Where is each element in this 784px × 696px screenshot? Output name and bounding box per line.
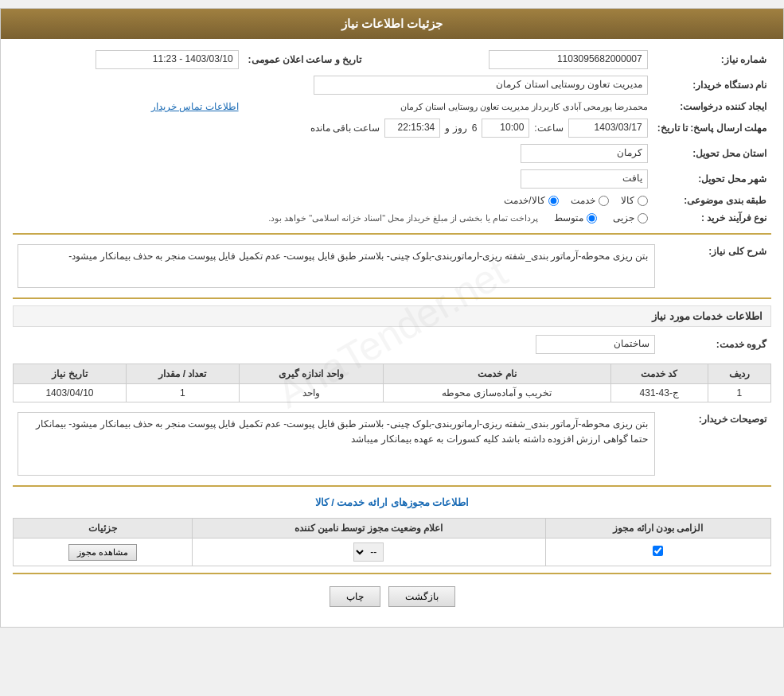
buyer-desc-label: توصیحات خریدار: <box>660 409 771 479</box>
category-service-label: خدمت <box>571 195 595 206</box>
buyer-org-display: مدیریت تعاون روستایی استان کرمان <box>314 76 648 95</box>
deadline-days-display: 6 <box>472 122 478 134</box>
services-header-row: ردیف کد خدمت نام خدمت واحد اندازه گیری ت… <box>14 364 771 384</box>
purchase-type-medium[interactable]: متوسط <box>554 212 597 224</box>
col-date: تاریخ نیاز <box>14 364 127 384</box>
page-title: جزئیات اطلاعات نیاز <box>341 17 443 30</box>
permit-details-cell: مشاهده مجوز <box>14 539 193 566</box>
announce-display: 1403/03/10 - 11:23 <box>96 50 239 69</box>
services-table-header: ردیف کد خدمت نام خدمت واحد اندازه گیری ت… <box>14 364 771 384</box>
purchase-type-small-radio[interactable] <box>638 213 648 224</box>
need-number-label: شماره نیاز: <box>653 47 771 72</box>
services-table-body: 1 ج-43-431 تخریب و آماده‌سازی محوطه واحد… <box>14 384 771 402</box>
deadline-days-label: روز و <box>445 122 466 134</box>
deadline-date-display: 1403/03/17 <box>568 119 648 138</box>
requester-value: محمدرضا یورمحی آبادی کاربرداز مدیریت تعا… <box>244 98 653 115</box>
purchase-type-inline: جزیی متوسط پرداخت تمام یا بخشی از مبلغ خ… <box>18 212 648 224</box>
buyer-org-row: نام دستگاه خریدار: مدیریت تعاون روستایی … <box>13 72 771 98</box>
deadline-time-label: ساعت: <box>534 122 563 134</box>
permits-header-row: الزامی بودن ارائه مجوز اعلام وضعیت مجوز … <box>14 519 771 539</box>
requester-label: ایجاد کننده درخواست: <box>653 98 771 115</box>
permits-table-header: الزامی بودن ارائه مجوز اعلام وضعیت مجوز … <box>14 519 771 539</box>
purchase-type-medium-label: متوسط <box>554 212 583 224</box>
table-row: -- مشاهده مجوز <box>14 539 771 566</box>
purchase-type-small-label: جزیی <box>613 212 634 224</box>
deadline-time-display: 10:00 <box>482 119 529 138</box>
buyer-desc-row: توصیحات خریدار: بتن ریزی محوطه-آرماتور ب… <box>13 409 771 479</box>
permit-status-cell: -- <box>192 539 545 566</box>
purchase-type-medium-radio[interactable] <box>587 213 597 224</box>
purchase-type-note: پرداخت تمام یا بخشی از مبلغ خریداز محل "… <box>268 213 538 224</box>
services-table: ردیف کد خدمت نام خدمت واحد اندازه گیری ت… <box>13 364 771 402</box>
permits-table: الزامی بودن ارائه مجوز اعلام وضعیت مجوز … <box>13 518 771 566</box>
delivery-city-display: یافت <box>521 169 648 189</box>
info-table: شماره نیاز: 1103095682000007 تاریخ و ساع… <box>13 47 771 227</box>
cell-quantity: 1 <box>126 384 239 402</box>
divider-4 <box>13 573 771 574</box>
requester-row: ایجاد کننده درخواست: محمدرضا یورمحی آباد… <box>13 98 771 115</box>
announce-label: تاریخ و ساعت اعلان عمومی: <box>244 47 366 72</box>
category-goods[interactable]: کالا <box>621 195 648 206</box>
delivery-city-value: یافت <box>13 166 653 192</box>
category-both-radio[interactable] <box>548 196 559 206</box>
divider-3 <box>13 485 771 487</box>
deadline-value: 1403/03/17 ساعت: 10:00 6 روز و 22:15:34 … <box>13 115 653 141</box>
view-permit-button[interactable]: مشاهده مجوز <box>68 544 137 561</box>
purchase-type-small[interactable]: جزیی <box>613 212 648 224</box>
print-button[interactable]: چاپ <box>330 586 380 607</box>
col-quantity: تعداد / مقدار <box>126 364 239 384</box>
buyer-org-label: نام دستگاه خریدار: <box>653 72 771 98</box>
purchase-type-label: نوع فرآیند خرید : <box>653 209 771 227</box>
deadline-label: مهلت ارسال پاسخ: تا تاریخ: <box>653 115 771 141</box>
category-service[interactable]: خدمت <box>571 195 609 206</box>
services-section-title: اطلاعات خدمات مورد نیاز <box>13 305 771 327</box>
group-row: گروه خدمت: ساختمان <box>13 332 771 357</box>
cell-service-code: ج-43-431 <box>610 384 708 402</box>
announce-value: 1403/03/10 - 11:23 <box>13 47 244 72</box>
category-radio-group: کالا خدمت کالا/خدمت <box>18 195 648 206</box>
delivery-city-label: شهر محل تحویل: <box>653 166 771 192</box>
category-value: کالا خدمت کالا/خدمت <box>13 192 653 209</box>
purchase-type-row: نوع فرآیند خرید : جزیی متوسط پرداخت تمام… <box>13 209 771 227</box>
buyer-desc-display: بتن ریزی محوطه-آرماتور بندی_شفته ریزی-ار… <box>18 412 655 476</box>
general-desc-display: بتن ریزی محوطه-آرماتور بندی_شفته ریزی-ار… <box>18 244 655 288</box>
delivery-province-value: کرمان <box>13 141 653 166</box>
permit-status-select[interactable]: -- <box>353 542 384 562</box>
deadline-remaining-display: 22:15:34 <box>384 119 440 138</box>
content-area: AnaTender.net شماره نیاز: 11030956820000… <box>1 39 783 627</box>
delivery-city-row: شهر محل تحویل: یافت <box>13 166 771 192</box>
category-service-radio[interactable] <box>599 196 609 206</box>
group-value: ساختمان <box>13 332 660 357</box>
cell-date: 1403/04/10 <box>14 384 127 402</box>
delivery-province-row: استان محل تحویل: کرمان <box>13 141 771 166</box>
divider-2 <box>13 297 771 299</box>
permits-table-body: -- مشاهده مجوز <box>14 539 771 566</box>
requester-contact-link[interactable]: اطلاعات تماس خریدار <box>151 101 239 112</box>
col-service-code: کد خدمت <box>610 364 708 384</box>
need-number-row: شماره نیاز: 1103095682000007 تاریخ و ساع… <box>13 47 771 72</box>
divider-1 <box>13 233 771 235</box>
permits-subtitle: اطلاعات مجوزهای ارائه خدمت / کالا <box>13 493 771 511</box>
general-desc-table: شرح کلی نیاز: بتن ریزی محوطه-آرماتور بند… <box>13 241 771 291</box>
category-both-label: کالا/خدمت <box>504 195 544 206</box>
cell-unit: واحد <box>239 384 384 402</box>
general-desc-label: شرح کلی نیاز: <box>660 241 771 291</box>
category-goods-radio[interactable] <box>638 196 648 206</box>
buyer-desc-table: توصیحات خریدار: بتن ریزی محوطه-آرماتور ب… <box>13 409 771 479</box>
purchase-type-value: جزیی متوسط پرداخت تمام یا بخشی از مبلغ خ… <box>13 209 653 227</box>
requester-link-cell: اطلاعات تماس خریدار <box>13 98 244 115</box>
category-both[interactable]: کالا/خدمت <box>504 195 558 206</box>
category-goods-label: کالا <box>621 195 634 206</box>
table-row: 1 ج-43-431 تخریب و آماده‌سازی محوطه واحد… <box>14 384 771 402</box>
permit-required-checkbox[interactable] <box>653 546 663 556</box>
requester-name: محمدرضا یورمحی آبادی کاربرداز مدیریت تعا… <box>400 102 647 111</box>
cell-row-num: 1 <box>708 384 770 402</box>
delivery-province-display: کرمان <box>521 144 648 163</box>
group-table: گروه خدمت: ساختمان <box>13 332 771 357</box>
col-unit: واحد اندازه گیری <box>239 364 384 384</box>
need-number-display: 1103095682000007 <box>489 50 648 69</box>
permit-required-cell <box>545 539 770 566</box>
permit-col-details: جزئیات <box>14 519 193 539</box>
back-button[interactable]: بازگشت <box>388 586 455 607</box>
group-label: گروه خدمت: <box>660 332 771 357</box>
